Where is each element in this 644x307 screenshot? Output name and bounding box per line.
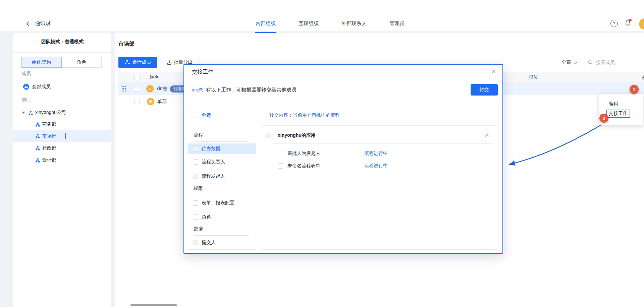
segmented-roles[interactable]: 角色 (61, 57, 102, 68)
close-icon[interactable]: ✕ (491, 68, 496, 75)
department-icon (36, 134, 40, 138)
column-position: 职位 (529, 74, 538, 80)
search-input[interactable] (595, 59, 644, 65)
app-group-row[interactable]: xinyonghu的应用 (262, 130, 498, 141)
category-item-form-report-config[interactable]: 表单、报表配置 (188, 198, 256, 208)
invite-member-button[interactable]: 邀请成员 (118, 57, 157, 68)
modal-title: 交接工作 (192, 69, 213, 76)
sidebar-item-all-members[interactable]: 全部成员 (13, 81, 112, 93)
group-label-process: 流程 (194, 132, 203, 138)
search-member-box (584, 57, 644, 68)
team-mode-title: 团队模式：普通模式 (13, 39, 112, 45)
notification-bell-icon[interactable] (625, 19, 631, 27)
tree-item-more-icon[interactable] (64, 132, 67, 140)
horizontal-scrollbar[interactable] (130, 304, 177, 306)
all-members-icon (23, 84, 29, 90)
group-label-permission: 权限 (194, 186, 203, 192)
process-status: 流程进行中 (364, 150, 388, 157)
segmented-org-structure[interactable]: 组织架构 (21, 57, 62, 68)
tab-connected-org[interactable]: 互联组织 (299, 20, 319, 27)
process-item-row[interactable]: 未命名流程表单 流程进行中 (262, 161, 498, 171)
department-icon (36, 146, 40, 150)
caret-down-icon[interactable] (22, 112, 25, 114)
notification-dot (629, 19, 632, 21)
drag-handle[interactable] (122, 86, 126, 92)
tree-item-design-dept[interactable]: 设计部 (13, 155, 112, 166)
download-icon (167, 60, 172, 65)
member-name: 单部 (157, 99, 167, 105)
column-settings-gear-icon[interactable] (642, 74, 644, 80)
tree-item-label: 设计部 (42, 157, 56, 163)
tree-item-label: 商务部 (42, 121, 56, 127)
app-group-checkbox[interactable] (266, 133, 271, 138)
tree-item-label: 行政部 (42, 145, 56, 151)
category-checkbox[interactable] (193, 240, 198, 245)
page-title: 通讯录 (35, 20, 51, 27)
category-item-role[interactable]: 角色 (188, 212, 256, 223)
category-item-submitter[interactable]: 提交人 (188, 237, 256, 248)
departments-section-label: 部门 (21, 97, 31, 103)
step-badge-1: 1 (630, 85, 639, 94)
select-all-checkbox[interactable] (193, 113, 198, 118)
address-book-page: 通讯录 内部组织 互联组织 外部联系人 管理员 ? x 团队模式：普通模式 组织… (0, 0, 644, 307)
tree-item-label: 市场部 (42, 133, 56, 139)
tree-item-company[interactable]: xinyonghu公司 (13, 107, 112, 118)
step-badge-2: 2 (599, 114, 608, 123)
help-icon[interactable]: ? (610, 20, 618, 27)
process-checkbox[interactable] (278, 151, 283, 156)
chevron-down-icon (573, 60, 577, 64)
select-all-item[interactable]: 全选 (188, 110, 256, 121)
invite-person-icon (125, 60, 130, 65)
handover-work-modal: 交接工作 ✕ xin总 有以下工作，可根据需要转交给其他成员 转交 全选 流程 … (183, 64, 503, 254)
process-status: 流程进行中 (364, 163, 388, 169)
tree-item-admin-dept[interactable]: 行政部 (13, 142, 112, 154)
row-checkbox[interactable] (134, 86, 139, 91)
process-checkbox[interactable] (278, 163, 283, 169)
group-label-data: 数据 (194, 226, 203, 232)
transfer-button[interactable]: 转交 (471, 84, 498, 96)
member-avatar: x (146, 85, 154, 93)
tree-item-business-dept[interactable]: 商务部 (13, 119, 112, 130)
row-checkbox[interactable] (135, 99, 140, 104)
tab-admins[interactable]: 管理员 (389, 20, 405, 27)
tab-internal-org[interactable]: 内部组织 (256, 20, 276, 27)
sidebar: 团队模式：普通模式 组织架构 角色 成员 全部成员 部门 xinyonghu公司… (13, 33, 111, 307)
back-icon[interactable] (25, 21, 31, 27)
member-name: xin总 (157, 86, 167, 92)
category-checkbox[interactable] (193, 146, 198, 151)
org-tabs: 内部组织 互联组织 外部联系人 管理员 (256, 20, 405, 27)
transfer-content-header: 转交内容：当前用户审批中的流程 (269, 112, 340, 118)
tree-item-label: xinyonghu公司 (35, 110, 66, 116)
handover-subject-name: xin总 (192, 87, 203, 93)
department-icon (29, 111, 33, 115)
app-group-label: xinyonghu的应用 (278, 132, 316, 138)
handover-content-panel: 转交内容：当前用户审批中的流程 xinyonghu的应用 审批人为发起人 流程进… (262, 105, 498, 250)
category-checkbox[interactable] (193, 200, 198, 206)
search-icon (588, 60, 593, 65)
category-checkbox[interactable] (193, 214, 198, 220)
handover-category-panel: 全选 流程 待办数据 流程负责人 流程发起人 权限 表单、报表配置 (188, 105, 256, 250)
tab-external-contacts[interactable]: 外部联系人 (341, 20, 367, 27)
process-item-row[interactable]: 审批人为发起人 流程进行中 (262, 148, 498, 159)
menu-item-edit[interactable]: 编辑 (599, 99, 643, 109)
category-item-todo-data[interactable]: 待办数据 (188, 143, 256, 154)
process-label: 未命名流程表单 (287, 163, 320, 169)
filter-dropdown[interactable]: 全部 (561, 57, 577, 68)
process-label: 审批人为发起人 (287, 150, 320, 157)
member-avatar: 单 (147, 98, 154, 105)
department-icon (36, 122, 40, 127)
category-item-process-owner[interactable]: 流程负责人 (188, 157, 256, 167)
category-checkbox[interactable] (193, 174, 198, 179)
category-item-process-initiator[interactable]: 流程发起人 (188, 171, 256, 182)
department-icon (36, 158, 40, 163)
all-members-label: 全部成员 (32, 84, 51, 90)
category-checkbox[interactable] (193, 159, 198, 165)
tree-item-marketing-dept[interactable]: 市场部 (13, 130, 112, 142)
collapse-chevron-icon[interactable] (485, 134, 490, 139)
department-title: 市场部 (118, 41, 135, 48)
select-all-rows-checkbox[interactable] (135, 75, 140, 80)
members-section-label: 成员 (21, 71, 31, 77)
column-name: 姓名 (150, 74, 159, 80)
handover-subtitle: 有以下工作，可根据需要转交给其他成员 (206, 87, 297, 93)
